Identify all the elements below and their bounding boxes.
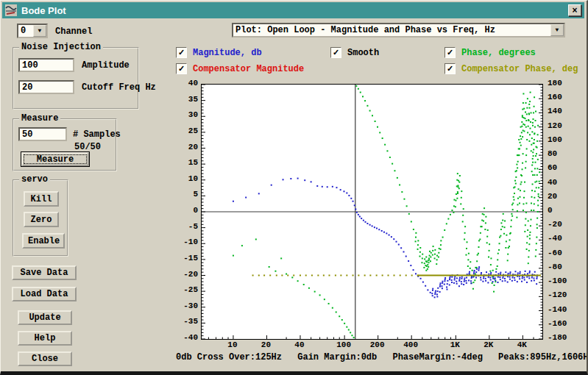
ylabels-left-tick: -40 bbox=[176, 333, 198, 342]
enable-button[interactable]: Enable bbox=[22, 233, 65, 249]
ylabels-right-tick: -80 bbox=[548, 262, 562, 271]
checkbox-label: Compensator Magnitude bbox=[193, 64, 304, 74]
checkbox-compensator-magnitude[interactable]: ✓ Compensator Magnitude bbox=[176, 63, 304, 74]
help-button[interactable]: Help bbox=[18, 331, 72, 346]
title-bar[interactable]: Bode Plot × bbox=[2, 2, 584, 18]
ylabels-right-tick: -140 bbox=[548, 305, 567, 314]
xlabels-tick: 4K bbox=[511, 340, 533, 349]
ylabels-right-tick: 100 bbox=[548, 135, 562, 144]
peaks-status: Peaks:895Hz,1606Hz bbox=[498, 352, 588, 362]
servo-title: servo bbox=[19, 174, 50, 185]
channel-value: 0 bbox=[18, 26, 33, 36]
measure-title: Measure bbox=[19, 113, 60, 124]
ylabels-left-tick: 30 bbox=[176, 110, 198, 119]
xlabels-tick: 40 bbox=[288, 340, 311, 349]
ylabels-left-tick: 40 bbox=[176, 79, 198, 88]
xlabels-tick: 1K bbox=[444, 340, 466, 349]
ylabels-left-tick: 15 bbox=[176, 158, 198, 167]
ylabels-left-tick: -35 bbox=[176, 317, 198, 326]
ylabels-right-tick: -180 bbox=[548, 333, 567, 342]
xlabels-tick: 2K bbox=[478, 340, 500, 349]
checkbox-phase-degrees[interactable]: ✓ Phase, degrees bbox=[444, 47, 536, 58]
ylabels-right-tick: -40 bbox=[548, 234, 562, 243]
gain-margin-status: Gain Margin:0db bbox=[297, 352, 377, 362]
checkbox-check-icon: ✓ bbox=[444, 47, 456, 58]
checkbox-compensator-phase[interactable]: ✓ Compensator Phase, deg bbox=[444, 63, 578, 74]
checkbox-check-icon: ✓ bbox=[444, 63, 456, 74]
xlabels-tick: 10 bbox=[222, 340, 244, 349]
xlabels-tick: 100 bbox=[333, 340, 355, 349]
ylabels-left-tick: 0 bbox=[176, 206, 198, 215]
channel-label: Channel bbox=[55, 26, 92, 37]
app-icon bbox=[5, 4, 17, 16]
checkbox-check-icon: ✓ bbox=[330, 47, 341, 58]
noise-injection-title: Noise Injection bbox=[19, 42, 103, 52]
ylabels-right-tick: -20 bbox=[548, 220, 562, 229]
measure-progress: 50/50 bbox=[74, 142, 101, 152]
phase-margin-status: PhaseMargin:-4deg bbox=[392, 352, 482, 362]
checkbox-magnitude-db[interactable]: ✓ Magnitude, db bbox=[176, 47, 262, 58]
ylabels-left-tick: -25 bbox=[176, 285, 198, 294]
status-bar: 0db Cross Over:125Hz Gain Margin:0db Pha… bbox=[176, 352, 588, 362]
ylabels-right-tick: -160 bbox=[548, 319, 567, 328]
kill-button[interactable]: Kill bbox=[24, 191, 59, 207]
xlabels-tick: 400 bbox=[400, 340, 422, 349]
ylabels-right-tick: 80 bbox=[548, 149, 557, 158]
ylabels-right-tick: 60 bbox=[548, 163, 557, 172]
ylabels-right-tick: -60 bbox=[548, 249, 562, 257]
channel-select[interactable]: 0 ▼ bbox=[17, 24, 48, 38]
samples-field[interactable] bbox=[18, 127, 67, 141]
checkbox-check-icon: ✓ bbox=[176, 47, 187, 58]
ylabels-right-tick: 140 bbox=[548, 107, 562, 115]
checkbox-label: Compensator Phase, deg bbox=[461, 64, 578, 74]
ylabels-left-tick: -30 bbox=[176, 301, 198, 310]
xlabels-tick: 20 bbox=[255, 340, 277, 349]
chevron-down-icon[interactable]: ▼ bbox=[550, 24, 564, 36]
load-data-button[interactable]: Load Data bbox=[12, 287, 77, 301]
ylabels-right-tick: 180 bbox=[548, 79, 562, 88]
ylabels-right-tick: 160 bbox=[548, 93, 562, 101]
ylabels-right-tick: 0 bbox=[548, 206, 553, 215]
cutoff-freq-field[interactable] bbox=[18, 80, 74, 94]
ylabels-right-tick: -120 bbox=[548, 290, 567, 299]
ylabels-left-tick: 25 bbox=[176, 126, 198, 135]
xlabels-tick: 200 bbox=[366, 340, 389, 349]
cutoff-freq-label: Cutoff Freq Hz bbox=[82, 82, 156, 93]
ylabels-right-tick: 20 bbox=[548, 192, 557, 201]
measure-button[interactable]: Measure bbox=[21, 152, 89, 166]
ylabels-right-tick: -100 bbox=[548, 276, 567, 285]
bode-chart bbox=[201, 84, 543, 340]
checkbox-label: Magnitude, db bbox=[193, 48, 262, 58]
ylabels-left-tick: -20 bbox=[176, 270, 198, 279]
amplitude-field[interactable] bbox=[18, 58, 74, 72]
noise-injection-group: Noise Injection bbox=[13, 47, 139, 110]
crossover-status: 0db Cross Over:125Hz bbox=[176, 352, 282, 362]
close-window-button[interactable]: × bbox=[568, 4, 581, 16]
window-title: Bode Plot bbox=[21, 5, 66, 16]
checkbox-label: Phase, degrees bbox=[461, 48, 536, 58]
ylabels-left-tick: 20 bbox=[176, 143, 198, 151]
update-button[interactable]: Update bbox=[18, 310, 72, 325]
amplitude-label: Amplitude bbox=[82, 60, 130, 71]
samples-label: # Samples bbox=[73, 129, 121, 140]
ylabels-left-tick: -5 bbox=[176, 222, 198, 231]
checkbox-label: Smooth bbox=[347, 48, 379, 58]
ylabels-right-tick: 40 bbox=[548, 178, 557, 187]
zero-button[interactable]: Zero bbox=[24, 212, 59, 227]
ylabels-right-tick: 120 bbox=[548, 121, 562, 130]
ylabels-left-tick: -10 bbox=[176, 238, 198, 246]
checkbox-check-icon: ✓ bbox=[176, 63, 187, 74]
bode-chart-canvas bbox=[202, 85, 542, 339]
ylabels-left-tick: 5 bbox=[176, 190, 198, 199]
ylabels-left-tick: 10 bbox=[176, 174, 198, 183]
close-button[interactable]: Close bbox=[18, 351, 72, 366]
chevron-down-icon[interactable]: ▼ bbox=[33, 25, 46, 37]
ylabels-left-tick: 35 bbox=[176, 95, 198, 104]
save-data-button[interactable]: Save Data bbox=[12, 265, 77, 280]
plot-type-select[interactable]: Plot: Open Loop - Magnitude and Phase vs… bbox=[232, 23, 565, 38]
checkbox-smooth[interactable]: ✓ Smooth bbox=[330, 47, 379, 58]
bode-plot-window: Bode Plot × 0 ▼ Channel Plot: Open Loop … bbox=[0, 0, 588, 375]
ylabels-left-tick: -15 bbox=[176, 254, 198, 262]
plot-type-value: Plot: Open Loop - Magnitude and Phase vs… bbox=[233, 25, 550, 35]
